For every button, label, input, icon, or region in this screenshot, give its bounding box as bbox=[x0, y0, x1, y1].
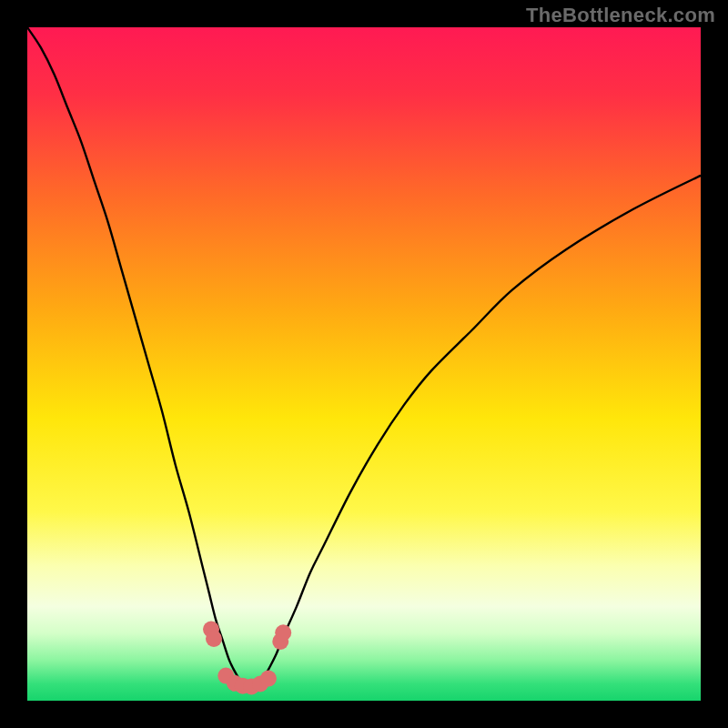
chart-frame: TheBottleneck.com bbox=[0, 0, 728, 728]
svg-rect-0 bbox=[27, 27, 701, 701]
plot-area bbox=[27, 27, 701, 701]
gradient-background bbox=[27, 27, 701, 701]
watermark-text: TheBottleneck.com bbox=[526, 4, 715, 27]
